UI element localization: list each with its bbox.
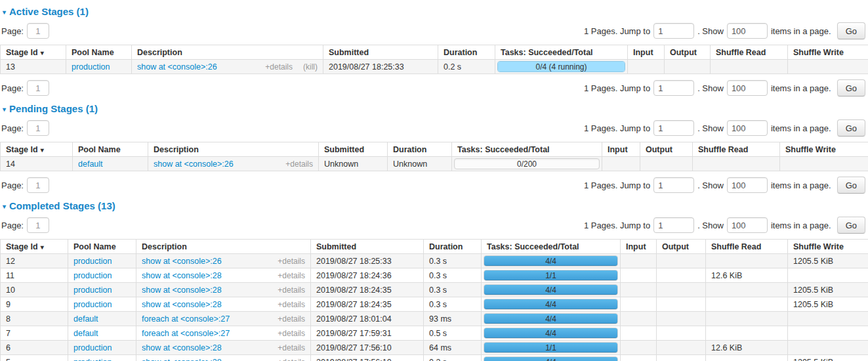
show-count-input[interactable]	[727, 23, 768, 39]
col-header-input[interactable]: Input	[628, 45, 665, 60]
col-header-shuffle-write[interactable]: Shuffle Write	[788, 240, 868, 254]
shuffle-write-cell	[788, 60, 868, 74]
kill-link[interactable]: (kill)	[303, 62, 318, 72]
details-toggle[interactable]: +details	[278, 286, 305, 295]
details-toggle[interactable]: +details	[278, 300, 305, 309]
col-header-output[interactable]: Output	[657, 240, 706, 254]
col-header-output[interactable]: Output	[665, 45, 711, 60]
description-link[interactable]: foreach at <console>:27	[142, 314, 278, 324]
col-header-submitted[interactable]: Submitted	[319, 142, 388, 157]
description-link[interactable]: show at <console>:28	[142, 271, 278, 280]
jump-to-input[interactable]	[653, 23, 694, 39]
jump-to-input[interactable]	[653, 80, 694, 96]
pagination-row: Page: 1 Pages. Jump to . Show items in a…	[1, 176, 867, 194]
col-header-stage-id[interactable]: Stage Id▾	[1, 45, 66, 60]
col-header-stage-id[interactable]: Stage Id▾	[1, 142, 73, 157]
col-header-tasks-succeeded-total[interactable]: Tasks: Succeeded/Total	[452, 142, 602, 157]
details-toggle[interactable]: +details	[278, 314, 305, 324]
col-header-description[interactable]: Description	[136, 240, 311, 254]
output-cell	[657, 297, 706, 312]
show-count-input[interactable]	[727, 120, 768, 136]
active-stages-table: Stage Id▾Pool NameDescriptionSubmittedDu…	[0, 45, 868, 74]
page-number-input[interactable]	[27, 23, 49, 39]
page-number-input[interactable]	[27, 80, 49, 96]
page-number-input[interactable]	[27, 177, 49, 193]
submitted-cell: 2019/08/27 18:24:35	[311, 283, 424, 297]
input-cell	[621, 283, 657, 297]
col-header-submitted[interactable]: Submitted	[311, 240, 424, 254]
pool-name-link[interactable]: production	[73, 257, 112, 266]
col-header-description[interactable]: Description	[148, 142, 319, 157]
col-header-duration[interactable]: Duration	[424, 240, 482, 254]
description-link[interactable]: foreach at <console>:27	[142, 329, 278, 338]
details-toggle[interactable]: +details	[278, 271, 305, 280]
go-button[interactable]: Go	[837, 177, 865, 194]
pager-right: 1 Pages. Jump to . Show items in a page.…	[584, 177, 865, 194]
page-number-input[interactable]	[27, 217, 49, 233]
jump-to-input[interactable]	[653, 120, 694, 136]
description-link[interactable]: show at <console>:28	[142, 300, 278, 309]
jump-to-input[interactable]	[653, 177, 694, 193]
col-header-shuffle-write[interactable]: Shuffle Write	[788, 45, 868, 60]
details-toggle[interactable]: +details	[278, 343, 305, 352]
section-header-completed-stages[interactable]: ▾ Completed Stages (13)	[3, 200, 868, 211]
col-header-description[interactable]: Description	[132, 45, 323, 60]
section-header-pending-stages[interactable]: ▾ Pending Stages (1)	[3, 103, 868, 114]
description-link[interactable]: show at <console>:26	[137, 62, 265, 72]
col-header-shuffle-read[interactable]: Shuffle Read	[711, 45, 788, 60]
go-button[interactable]: Go	[837, 79, 865, 96]
col-header-shuffle-write[interactable]: Shuffle Write	[780, 142, 868, 157]
show-count-input[interactable]	[727, 217, 768, 233]
shuffle-read-cell	[706, 355, 788, 361]
details-toggle[interactable]: +details	[285, 159, 313, 169]
go-button[interactable]: Go	[837, 22, 865, 39]
jump-to-input[interactable]	[653, 217, 694, 233]
show-count-input[interactable]	[727, 80, 768, 96]
output-cell	[657, 326, 706, 341]
page-label: Page:	[1, 221, 24, 230]
details-toggle[interactable]: +details	[278, 329, 305, 338]
col-header-pool-name[interactable]: Pool Name	[73, 142, 148, 157]
details-toggle[interactable]: +details	[278, 257, 305, 266]
col-header-tasks-succeeded-total[interactable]: Tasks: Succeeded/Total	[482, 240, 621, 254]
col-header-shuffle-read[interactable]: Shuffle Read	[693, 142, 780, 157]
description-link[interactable]: show at <console>:28	[142, 358, 278, 361]
details-toggle[interactable]: +details	[265, 62, 293, 72]
col-header-pool-name[interactable]: Pool Name	[66, 45, 132, 60]
col-header-pool-name[interactable]: Pool Name	[68, 240, 136, 254]
go-button[interactable]: Go	[837, 119, 865, 137]
col-header-tasks-succeeded-total[interactable]: Tasks: Succeeded/Total	[495, 45, 628, 60]
tasks-progress-bar: 1/1	[484, 342, 618, 353]
pool-name-link[interactable]: production	[73, 358, 112, 361]
pool-name-link[interactable]: default	[73, 329, 98, 338]
description-link[interactable]: show at <console>:26	[142, 257, 278, 266]
items-label: items in a page.	[771, 180, 831, 190]
description-cell: foreach at <console>:27+details	[136, 326, 311, 341]
description-link[interactable]: show at <console>:28	[142, 343, 278, 352]
col-header-submitted[interactable]: Submitted	[323, 45, 438, 60]
col-header-stage-id[interactable]: Stage Id▾	[1, 240, 68, 254]
show-count-input[interactable]	[727, 177, 768, 193]
col-header-output[interactable]: Output	[640, 142, 693, 157]
pool-name-link[interactable]: production	[73, 271, 112, 280]
section-header-active-stages[interactable]: ▾ Active Stages (1)	[3, 6, 868, 17]
col-header-duration[interactable]: Duration	[388, 142, 452, 157]
description-link[interactable]: show at <console>:28	[142, 286, 278, 295]
stage-id-cell: 12	[1, 254, 68, 268]
col-header-shuffle-read[interactable]: Shuffle Read	[706, 240, 788, 254]
col-header-input[interactable]: Input	[602, 142, 640, 157]
collapse-arrow-icon: ▾	[3, 9, 6, 16]
pool-name-link[interactable]: production	[72, 62, 110, 72]
pool-name-link[interactable]: production	[73, 286, 112, 295]
col-header-input[interactable]: Input	[621, 240, 657, 254]
tasks-progress-bar: 1/1	[484, 270, 618, 281]
pool-name-link[interactable]: production	[73, 300, 112, 309]
go-button[interactable]: Go	[837, 217, 865, 234]
pool-name-link[interactable]: default	[73, 314, 98, 324]
col-header-duration[interactable]: Duration	[438, 45, 495, 60]
pool-name-link[interactable]: production	[73, 343, 112, 352]
description-link[interactable]: show at <console>:26	[154, 159, 285, 169]
details-toggle[interactable]: +details	[278, 358, 305, 361]
pool-name-link[interactable]: default	[78, 159, 103, 169]
page-number-input[interactable]	[27, 120, 49, 136]
